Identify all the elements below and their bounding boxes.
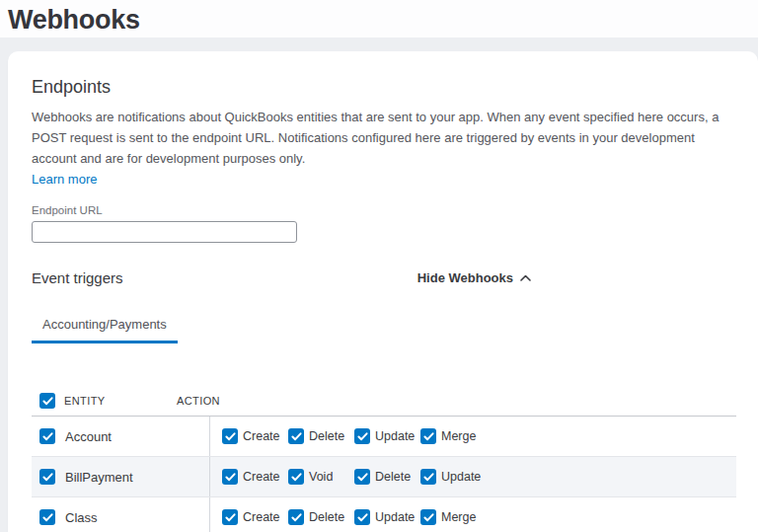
event-triggers-row: Event triggers Hide Webhooks: [32, 269, 531, 286]
endpoints-heading: Endpoints: [32, 77, 736, 98]
action-label: Create: [243, 470, 280, 484]
table-body: Account Create Delete Update Merge Bi: [32, 417, 736, 532]
action-checkbox[interactable]: [222, 469, 238, 485]
action-item: Delete: [288, 509, 354, 525]
action-item: Create: [222, 469, 288, 485]
endpoints-description: Webhooks are notifications about QuickBo…: [32, 107, 738, 169]
action-item: Void: [288, 469, 354, 485]
entity-label: BillPayment: [65, 470, 133, 485]
action-item: Create: [222, 509, 288, 525]
action-label: Merge: [441, 429, 476, 443]
action-label: Delete: [309, 429, 344, 443]
action-checkbox[interactable]: [354, 509, 370, 525]
endpoints-card: Endpoints Webhooks are notifications abo…: [8, 51, 758, 532]
action-cell: Create Void Delete Update: [209, 457, 736, 496]
action-label: Update: [375, 510, 415, 524]
table-row: BillPayment Create Void Delete Update: [32, 457, 736, 497]
chevron-up-icon: [520, 274, 531, 281]
action-item: Create: [222, 428, 288, 444]
action-item: Delete: [354, 469, 420, 485]
action-checkbox[interactable]: [222, 509, 238, 525]
entity-cell: Account: [32, 417, 209, 456]
action-label: Create: [243, 429, 280, 443]
action-label: Create: [243, 510, 280, 524]
entity-label: Account: [65, 429, 112, 444]
action-checkbox[interactable]: [288, 469, 304, 485]
action-item: Delete: [288, 428, 354, 444]
action-column-header: ACTION: [177, 395, 220, 407]
action-item: Merge: [420, 509, 487, 525]
action-checkbox[interactable]: [354, 428, 370, 444]
tab-bar: Accounting/Payments: [32, 315, 736, 343]
action-cell: Create Delete Update Merge: [209, 417, 736, 456]
entity-column-header: ENTITY: [64, 395, 106, 407]
action-checkbox[interactable]: [288, 428, 304, 444]
action-checkbox[interactable]: [420, 469, 436, 485]
action-checkbox[interactable]: [222, 428, 238, 444]
table-row: Class Create Delete Update Merge: [32, 497, 736, 532]
entity-checkbox[interactable]: [39, 469, 55, 485]
action-item: Merge: [420, 428, 487, 444]
action-label: Update: [441, 470, 481, 484]
entity-action-table: ENTITY ACTION Account Create Delete Upda…: [32, 386, 736, 532]
hide-webhooks-button[interactable]: Hide Webhooks: [417, 270, 531, 285]
table-row: Account Create Delete Update Merge: [32, 417, 736, 457]
learn-more-link[interactable]: Learn more: [32, 172, 97, 187]
action-label: Merge: [441, 510, 476, 524]
entity-checkbox[interactable]: [39, 509, 55, 525]
action-checkbox[interactable]: [420, 428, 436, 444]
action-item: Update: [354, 428, 420, 444]
action-item: Update: [420, 469, 487, 485]
entity-label: Class: [65, 510, 98, 525]
endpoint-url-input[interactable]: [32, 221, 297, 243]
tab-accounting-payments[interactable]: Accounting/Payments: [32, 317, 178, 343]
action-cell: Create Delete Update Merge: [209, 497, 736, 532]
select-all-checkbox[interactable]: [39, 393, 55, 409]
action-label: Update: [375, 429, 415, 443]
event-triggers-heading: Event triggers: [32, 269, 123, 286]
action-checkbox[interactable]: [354, 469, 370, 485]
action-checkbox[interactable]: [420, 509, 436, 525]
action-label: Delete: [375, 470, 411, 484]
action-label: Void: [309, 470, 333, 484]
entity-cell: BillPayment: [32, 457, 209, 496]
page-title: Webhooks: [8, 5, 758, 36]
entity-cell: Class: [32, 497, 209, 532]
endpoint-url-label: Endpoint URL: [32, 204, 736, 216]
table-header-row: ENTITY ACTION: [32, 386, 736, 417]
action-item: Update: [354, 509, 420, 525]
hide-webhooks-label: Hide Webhooks: [417, 270, 513, 285]
entity-checkbox[interactable]: [39, 428, 55, 444]
action-checkbox[interactable]: [288, 509, 304, 525]
page-header: Webhooks: [0, 0, 758, 38]
action-label: Delete: [309, 510, 344, 524]
